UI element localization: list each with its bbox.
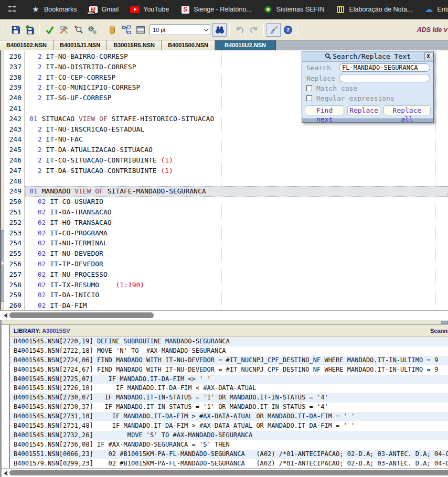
result-row[interactable]: B4001551.NSN[0066,23] 02 #B10015KM-PA-FL… (10, 450, 448, 459)
line-number: 244 (4, 134, 25, 145)
results-panel-header: LIBRARY:A30015SV Scanni (9, 325, 448, 337)
editor-line[interactable]: 244 2 IT-NU-FAC (4, 134, 448, 145)
scroll-left-arrow-icon[interactable] (4, 313, 7, 318)
save-button[interactable] (8, 23, 23, 37)
editor-line[interactable]: 250 02 IT-CO-USUARIO (4, 197, 448, 207)
left-splitter-handle[interactable] (1, 230, 4, 302)
gears-button[interactable] (85, 23, 99, 37)
bookmark-item[interactable]: SSienge - Relatório... (175, 2, 257, 17)
brush-icon (269, 25, 279, 35)
result-row[interactable]: B4001545.NSN[2720,19] DEFINE SUBROUTINE … (10, 337, 448, 346)
bookmark-item[interactable]: YouTube (124, 2, 175, 17)
line-number: 242 (4, 114, 25, 124)
ide-version-text: ADS Ide v (417, 26, 447, 34)
line-number: 239 (4, 82, 25, 93)
replace-all-button[interactable]: Replace all (383, 105, 431, 115)
editor-line[interactable]: 248 (4, 176, 448, 187)
tools-button[interactable] (57, 23, 71, 37)
window-left-edge (0, 320, 2, 477)
result-row[interactable]: B4001545.NSN[2730,07] IF MANDADO.IT-IN-S… (10, 393, 448, 403)
line-number: 258 (4, 280, 25, 290)
editor-line[interactable]: 243 2 IT-NU-INSCRICAO-ESTADUAL (4, 124, 448, 135)
editor-line[interactable]: 247 2 IT-DA-SITUACAO-CONTRIBUINTE (1) (4, 166, 448, 176)
save-as-button[interactable] (23, 23, 37, 37)
bookmark-item[interactable]: Elaboração de Nota... (330, 2, 418, 17)
result-row[interactable]: B4001545.NSN[2732,26] MOVE 'S' TO #AX-MA… (10, 431, 448, 440)
editor-horizontal-scrollbar[interactable] (0, 310, 448, 320)
font-size-combo[interactable]: 10 pt (150, 24, 210, 35)
editor-line[interactable]: 245 2 IT-DA-ATUALIZACAO-SITUACAO (4, 145, 448, 155)
help-button[interactable]: ? (281, 23, 295, 37)
editor-line[interactable]: 258 02 IT-TX-RESUMO (1:190) (4, 280, 448, 290)
result-row[interactable]: B4001545.NSN[2731,48] IF MANDADO.IT-DA-F… (10, 421, 448, 431)
line-number: 247 (4, 166, 25, 176)
editor-line[interactable]: 259 02 IT-DA-INICIO (4, 290, 448, 300)
editor-line[interactable]: 246 2 IT-CO-SITUACAO-CONTRIBUINTE (1) (4, 155, 448, 166)
tab-b4001500.nsn[interactable]: B4001500.NSN (162, 40, 215, 51)
match-case-checkbox[interactable] (306, 85, 312, 91)
editor-line[interactable]: 253 02 IT-CO-PROGRAMA (4, 228, 448, 238)
brush-button[interactable] (266, 23, 281, 37)
result-row[interactable]: B4001545.NSN[2724,06] FIND MANDADO WITH … (10, 356, 448, 365)
editor-line[interactable]: 254 02 IT-NU-TERMINAL (4, 238, 448, 248)
tree-structure-button[interactable] (119, 23, 133, 37)
result-row[interactable]: B4001545.NSN[2731,10] IF MANDADO.IT-DA-F… (10, 412, 448, 421)
splitter-handle[interactable] (441, 321, 448, 324)
tab-label: B4001502.NSN (6, 42, 47, 48)
code-text: 02 IT-CO-USUARIO (25, 197, 448, 207)
line-number: 243 (4, 124, 25, 135)
save-as-icon (25, 25, 35, 35)
scroll-left-arrow-icon[interactable] (4, 471, 7, 476)
editor-line[interactable]: 256 02 IT-TP-DEVEDOR (4, 259, 448, 269)
code-text: 2 IT-DA-SITUACAO-CONTRIBUINTE (1) (25, 166, 448, 176)
result-row[interactable]: B4001545.NSN[2722,18] MOVE 'N' TO #AX-MA… (10, 346, 448, 356)
result-row[interactable]: B4001545.NSN[2726,10] IF MANDADO.IT-DA-F… (10, 384, 448, 393)
editor-line[interactable]: 251 02 IT-DA-TRANSACAO (4, 207, 448, 218)
bookmark-item[interactable]: Sistemas SEFIN (258, 2, 330, 17)
find-next-button[interactable]: Find next (305, 105, 344, 115)
search-input[interactable] (339, 63, 430, 72)
tab-b30015r5.nsn[interactable]: B30015R5.NSN (107, 40, 162, 51)
database-button[interactable] (105, 23, 119, 37)
editor-line[interactable]: 24901 MANDADO VIEW OF SITAFE-MANDADO-SEG… (4, 186, 448, 197)
check-button[interactable] (42, 23, 57, 37)
tab-b40015u2.nsn[interactable]: B40015U2.NSN (215, 40, 276, 51)
editor-line[interactable]: 260 02 IT-DA-FIM (4, 300, 448, 310)
toolbar-grip[interactable] (4, 24, 5, 36)
tab-b40015j1.nsn[interactable]: B40015J1.NSN (54, 40, 107, 51)
result-row[interactable]: B4001545.NSN[2730,37] IF MANDADO.IT-IN-S… (10, 403, 448, 412)
tab-b4001502.nsn[interactable]: B4001502.NSN (0, 40, 54, 51)
library-label: LIBRARY:A30015SV (14, 328, 70, 334)
undo-icon (235, 25, 244, 35)
result-row[interactable]: B4001579.NSN[0299,23] 02 #B10015KM-PA-FL… (10, 459, 448, 468)
bookmark-item[interactable]: ☁Entrar – Microsoft O... (418, 2, 448, 17)
bookmark-item[interactable]: M100+Gmail (83, 2, 125, 17)
editor-line[interactable]: 252 02 IT-HO-TRANSACAO (4, 218, 448, 228)
panel-splitter[interactable] (0, 320, 448, 325)
result-row[interactable]: B4001545.NSN[2736,08] IF #AX-MANDADO-SEG… (10, 440, 448, 450)
binoculars-icon (215, 25, 225, 35)
replace-input[interactable] (339, 74, 430, 82)
scrollbar-thumb[interactable] (9, 470, 448, 475)
scrollbar-thumb[interactable] (9, 312, 154, 318)
toolbar-separator (102, 24, 102, 36)
editor-line[interactable]: 257 02 IT-NU-PROCESSO (4, 269, 448, 280)
line-number: 250 (4, 197, 25, 207)
replace-button[interactable]: Replace (347, 105, 380, 115)
window-button[interactable] (133, 23, 147, 37)
search-code-button[interactable] (71, 23, 85, 37)
apps-grid-icon[interactable] (3, 2, 21, 17)
editor-line[interactable]: 255 02 IT-NU-DEVEDOR (4, 248, 448, 259)
close-icon[interactable]: X (424, 52, 432, 60)
result-row[interactable]: B4001545.NSN[2725,07] IF MANDADO.IT-DA-F… (10, 375, 448, 384)
dialog-title-bar[interactable]: Search/Replace Text X (302, 51, 433, 62)
result-row[interactable]: B4001545.NSN[2724,67] FIND MANDADO WITH … (10, 365, 448, 375)
redo-button[interactable] (247, 23, 261, 37)
results-horizontal-scrollbar[interactable] (0, 468, 448, 477)
bookmark-item[interactable]: ★Bookmarks (25, 2, 83, 17)
regular-expressions-checkbox[interactable] (306, 95, 312, 101)
undo-button[interactable] (232, 23, 247, 37)
check-icon (45, 25, 55, 35)
chevron-down-icon (204, 26, 209, 31)
binoculars-button[interactable] (212, 23, 227, 37)
